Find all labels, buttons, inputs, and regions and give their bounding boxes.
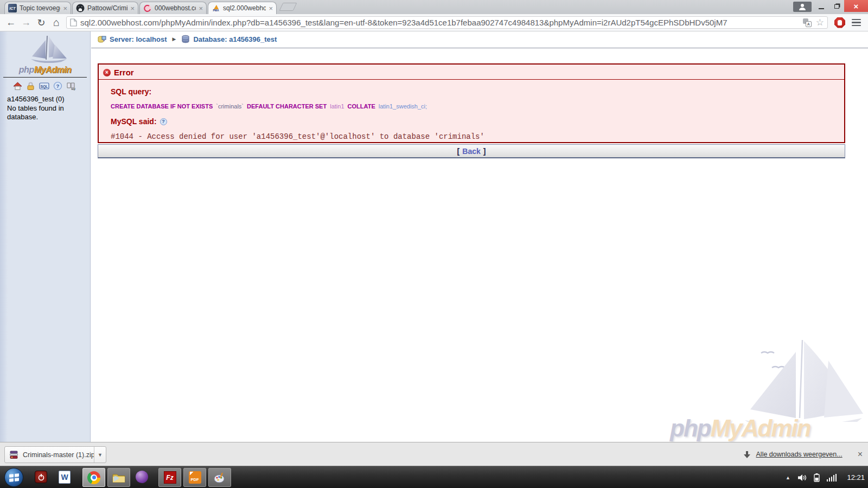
home-icon[interactable] xyxy=(13,81,22,91)
chrome-menu-icon[interactable] xyxy=(852,19,861,27)
tab-title: Pattoow/Criminals · GitHu xyxy=(87,4,127,12)
back-button[interactable]: ← xyxy=(3,17,18,28)
mysql-said-label: MySQL said: xyxy=(111,117,157,126)
watermark-text: phpMyAdmin xyxy=(670,415,810,442)
error-title-rule xyxy=(99,79,844,80)
sphere-app-icon[interactable] xyxy=(136,471,148,483)
network-signal-icon[interactable] xyxy=(827,474,837,481)
lock-icon[interactable] xyxy=(26,81,35,91)
sql-query-text: CREATE DATABASE IF NOT EXISTS `criminals… xyxy=(111,103,844,110)
sql-collation: latin1_swedish_ci; xyxy=(379,103,427,110)
tab-close-icon[interactable]: × xyxy=(130,5,135,12)
screen: ICT Topic toevoegen - PHP + × Pattoow/Cr… xyxy=(0,0,868,488)
download-arrow-icon xyxy=(743,451,751,459)
tab-strip: ICT Topic toevoegen - PHP + × Pattoow/Cr… xyxy=(0,0,868,14)
breadcrumb-database-link[interactable]: Database: a1456396_test xyxy=(193,35,277,43)
sidebar-empty-message: No tables found in database. xyxy=(7,104,83,122)
taskbar-clock[interactable]: 12:21 xyxy=(847,473,865,481)
mysql-error-message: #1044 - Access denied for user 'a1456396… xyxy=(111,132,844,141)
database-icon xyxy=(181,35,190,43)
adblock-icon[interactable] xyxy=(834,17,845,28)
windows-flag-icon xyxy=(9,473,19,481)
folder-icon xyxy=(112,472,126,484)
download-filename: Criminals-master (1).zip xyxy=(23,451,94,459)
url-input[interactable] xyxy=(80,18,803,27)
address-bar[interactable]: A ☆ xyxy=(66,16,828,29)
github-favicon-icon xyxy=(76,4,85,12)
volume-icon[interactable] xyxy=(797,473,807,482)
sql-window-icon[interactable]: SQL xyxy=(39,81,49,91)
pdf-taskbar-button[interactable]: PDF xyxy=(183,468,206,487)
svg-text:sql: sql xyxy=(71,87,75,91)
paint-taskbar-button[interactable] xyxy=(208,468,231,487)
battery-icon[interactable] xyxy=(814,473,820,482)
forward-button[interactable]: → xyxy=(18,17,34,28)
tab-000webhost[interactable]: 000webhost.com Member × xyxy=(139,2,207,14)
bookmark-star-icon[interactable]: ☆ xyxy=(816,18,824,27)
close-window-button[interactable]: × xyxy=(844,0,868,12)
new-tab-button[interactable] xyxy=(279,3,297,11)
logo-text-php: php xyxy=(19,65,34,74)
logo-text-myadmin: MyAdmin xyxy=(34,65,72,74)
tray-expand-icon[interactable]: ▲ xyxy=(786,475,790,480)
tab-close-icon[interactable]: × xyxy=(63,5,67,12)
show-all-downloads-link[interactable]: Alle downloads weergeven... xyxy=(756,451,843,458)
bracket-close: ] xyxy=(483,147,486,156)
download-bar-close-icon[interactable]: × xyxy=(858,450,863,459)
sql-keyword: CREATE DATABASE IF NOT EXISTS xyxy=(111,103,213,110)
home-button[interactable]: ⌂ xyxy=(49,16,64,29)
power-app-icon[interactable] xyxy=(35,471,47,483)
tab-close-icon[interactable]: × xyxy=(199,5,203,12)
reload-button[interactable]: ↻ xyxy=(34,17,49,29)
chrome-taskbar-button[interactable] xyxy=(82,468,105,487)
tab-title: 000webhost.com Member xyxy=(155,4,196,12)
sql-identifier: `criminals` xyxy=(216,103,244,110)
filezilla-taskbar-button[interactable]: Fz xyxy=(158,468,181,487)
explorer-taskbar-button[interactable] xyxy=(107,468,130,487)
phpmyadmin-sidebar: phpMyAdmin SQL ? xyxy=(0,31,91,442)
sql-docs-icon[interactable]: sql xyxy=(66,81,77,91)
sidebar-divider xyxy=(3,77,87,78)
sailboat-logo-icon xyxy=(19,35,71,63)
tab-phpmyadmin-active[interactable]: PMA sql2.000webhost.com / lo × xyxy=(208,2,277,14)
sidebar-icon-row: SQL ? sql xyxy=(0,80,90,91)
start-button[interactable] xyxy=(4,468,23,487)
sql-charset: latin1 xyxy=(330,103,344,110)
pma-favicon-icon: PMA xyxy=(212,4,220,12)
breadcrumb: Server: localhost ▶ Database: a1456396_t… xyxy=(98,35,277,43)
system-tray: ▲ 12:21 xyxy=(786,466,865,488)
back-bar: [ Back ] xyxy=(98,144,845,158)
mysql-help-icon[interactable]: ? xyxy=(160,118,167,125)
tab-title: sql2.000webhost.com / lo xyxy=(223,4,266,12)
webhost-favicon-icon xyxy=(143,4,152,12)
pdf-icon: PDF xyxy=(189,471,201,484)
main-content: Server: localhost ▶ Database: a1456396_t… xyxy=(91,31,868,442)
breadcrumb-server-link[interactable]: Server: localhost xyxy=(110,35,167,43)
winrar-zip-icon xyxy=(9,450,19,460)
phpmyadmin-logo[interactable]: phpMyAdmin xyxy=(0,31,90,75)
tab-close-icon[interactable]: × xyxy=(269,5,273,12)
sidebar-database-link[interactable]: a1456396_test (0) xyxy=(7,95,90,103)
breadcrumb-separator-icon: ▶ xyxy=(173,36,176,42)
help-icon[interactable]: ? xyxy=(53,81,62,91)
minimize-button[interactable] xyxy=(814,1,829,12)
browser-toolbar: ← → ↻ ⌂ A ☆ xyxy=(0,14,868,31)
restore-button[interactable] xyxy=(829,1,844,12)
sql-query-label: SQL query: xyxy=(111,87,844,96)
error-title: Error xyxy=(114,68,134,77)
sql-keyword: COLLATE xyxy=(348,103,375,110)
palette-icon xyxy=(213,472,226,484)
tab-title: Topic toevoegen - PHP + xyxy=(20,4,60,12)
tab-topic-toevoegen[interactable]: ICT Topic toevoegen - PHP + × xyxy=(4,2,71,14)
back-link[interactable]: Back xyxy=(462,147,480,156)
person-icon xyxy=(798,3,807,10)
profile-button[interactable] xyxy=(793,2,812,12)
download-caret-icon[interactable]: ▼ xyxy=(94,447,106,463)
download-bar: Criminals-master (1).zip ▼ Alle download… xyxy=(0,442,868,466)
translate-icon[interactable]: A xyxy=(803,18,812,27)
download-item[interactable]: Criminals-master (1).zip ▼ xyxy=(4,446,106,463)
word-app-icon[interactable]: W xyxy=(59,471,71,484)
tab-github[interactable]: Pattoow/Criminals · GitHu × xyxy=(72,2,138,14)
sql-keyword: DEFAULT CHARACTER SET xyxy=(247,103,327,110)
ict-favicon-icon: ICT xyxy=(8,4,17,12)
